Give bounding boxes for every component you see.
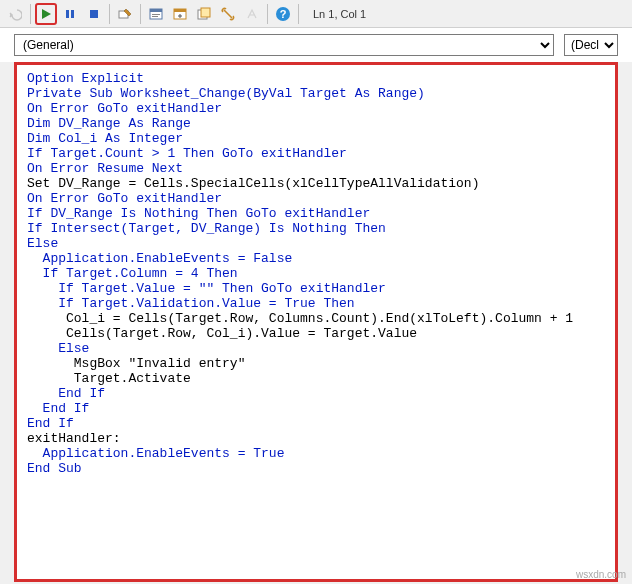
properties-window-button[interactable] — [169, 3, 191, 25]
separator — [109, 4, 110, 24]
code-line: Else — [27, 236, 605, 251]
procedure-dropdown[interactable]: (Declara — [564, 34, 618, 56]
code-line: Private Sub Worksheet_Change(ByVal Targe… — [27, 86, 605, 101]
code-line: Set DV_Range = Cells.SpecialCells(xlCell… — [27, 176, 605, 191]
dropdown-row: (General) (Declara — [0, 28, 632, 62]
code-line: exitHandler: — [27, 431, 605, 446]
code-line: Cells(Target.Row, Col_i).Value = Target.… — [27, 326, 605, 341]
toolbar: ? Ln 1, Col 1 — [0, 0, 632, 28]
code-line: Application.EnableEvents = False — [27, 251, 605, 266]
toolbox-button[interactable] — [217, 3, 239, 25]
code-line: End If — [27, 416, 605, 431]
watermark: wsxdn.com — [576, 569, 626, 580]
separator — [298, 4, 299, 24]
code-line: On Error GoTo exitHandler — [27, 101, 605, 116]
svg-rect-3 — [90, 10, 98, 18]
svg-rect-12 — [201, 8, 210, 17]
object-browser-button[interactable] — [193, 3, 215, 25]
code-line: If Target.Validation.Value = True Then — [27, 296, 605, 311]
svg-rect-2 — [71, 10, 74, 18]
help-button[interactable]: ? — [272, 3, 294, 25]
code-editor[interactable]: Option ExplicitPrivate Sub Worksheet_Cha… — [17, 65, 615, 482]
project-explorer-button[interactable] — [145, 3, 167, 25]
code-line: If Target.Value = "" Then GoTo exitHandl… — [27, 281, 605, 296]
code-line: If DV_Range Is Nothing Then GoTo exitHan… — [27, 206, 605, 221]
code-line: Col_i = Cells(Target.Row, Columns.Count)… — [27, 311, 605, 326]
code-line: End If — [27, 386, 605, 401]
unknown-button — [241, 3, 263, 25]
code-line: Dim DV_Range As Range — [27, 116, 605, 131]
svg-text:?: ? — [280, 8, 287, 20]
design-mode-button[interactable] — [114, 3, 136, 25]
code-line: If Intersect(Target, DV_Range) Is Nothin… — [27, 221, 605, 236]
svg-rect-1 — [66, 10, 69, 18]
code-editor-frame: Option ExplicitPrivate Sub Worksheet_Cha… — [14, 62, 618, 582]
svg-rect-7 — [152, 14, 160, 15]
code-line: End Sub — [27, 461, 605, 476]
run-button[interactable] — [35, 3, 57, 25]
undo-button — [4, 3, 26, 25]
svg-marker-0 — [42, 9, 51, 19]
code-line: If Target.Column = 4 Then — [27, 266, 605, 281]
separator — [267, 4, 268, 24]
svg-rect-8 — [152, 16, 158, 17]
code-line: End If — [27, 401, 605, 416]
cursor-position-label: Ln 1, Col 1 — [313, 8, 366, 20]
code-line: Target.Activate — [27, 371, 605, 386]
code-line: Application.EnableEvents = True — [27, 446, 605, 461]
code-line: Option Explicit — [27, 71, 605, 86]
object-dropdown[interactable]: (General) — [14, 34, 554, 56]
reset-button[interactable] — [83, 3, 105, 25]
separator — [30, 4, 31, 24]
break-button[interactable] — [59, 3, 81, 25]
code-line: Dim Col_i As Integer — [27, 131, 605, 146]
code-line: Else — [27, 341, 605, 356]
code-line: If Target.Count > 1 Then GoTo exitHandle… — [27, 146, 605, 161]
svg-rect-6 — [150, 9, 162, 12]
code-line: MsgBox "Invalid entry" — [27, 356, 605, 371]
code-line: On Error Resume Next — [27, 161, 605, 176]
svg-rect-10 — [174, 9, 186, 12]
separator — [140, 4, 141, 24]
code-line: On Error GoTo exitHandler — [27, 191, 605, 206]
